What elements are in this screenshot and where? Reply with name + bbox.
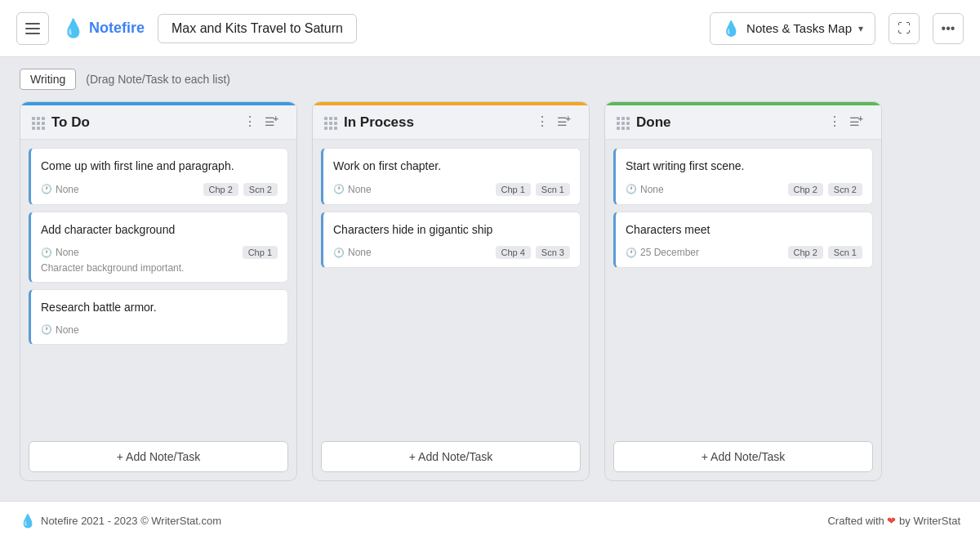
column-quick-add-button[interactable]: ☰+: [554, 114, 577, 130]
card-time: 🕐None: [41, 184, 79, 195]
view-drop-icon: 💧: [722, 20, 740, 38]
add-note-task-button[interactable]: + Add Note/Task: [613, 441, 873, 472]
card-time-label: None: [348, 247, 372, 258]
ellipsis-vertical-icon: ⋮: [243, 114, 256, 128]
brand-logo[interactable]: 💧 Notefire: [62, 18, 145, 39]
card-tag: Scn 1: [536, 183, 570, 196]
column-menu-button[interactable]: ⋮: [823, 112, 846, 131]
clock-icon: 🕐: [41, 248, 52, 258]
card-meta: 🕐None: [41, 324, 278, 336]
card-meta: 🕐25 DecemberChp 2Scn 1: [626, 246, 862, 259]
view-selector[interactable]: 💧 Notes & Tasks Map ▾: [710, 12, 875, 45]
card-meta: 🕐NoneChp 1: [41, 246, 278, 259]
column-header-todo: To Do⋮☰+: [20, 102, 296, 140]
footer-brand: 💧 Notefire 2021 - 2023 © WriterStat.com: [20, 513, 221, 529]
card-tag: Scn 2: [243, 183, 278, 196]
card-time-label: 25 December: [640, 247, 699, 258]
card-meta: 🕐NoneChp 4Scn 3: [333, 246, 570, 259]
list-item[interactable]: Come up with first line and paragraph.🕐N…: [29, 148, 288, 205]
fullscreen-icon: ⛶: [898, 21, 911, 36]
column-menu-button[interactable]: ⋮: [238, 112, 261, 131]
project-title[interactable]: Max and Kits Travel to Saturn: [158, 14, 357, 43]
card-time: 🕐None: [333, 184, 372, 195]
card-title: Add character background: [41, 222, 278, 239]
add-note-task-button[interactable]: + Add Note/Task: [29, 441, 288, 472]
column-drag-handle[interactable]: [324, 117, 337, 130]
brand-drop-icon: 💧: [62, 18, 84, 39]
card-title: Characters hide in gigantic ship: [333, 222, 570, 239]
clock-icon: 🕐: [333, 248, 345, 258]
column-color-bar: [605, 102, 881, 105]
ellipsis-icon: •••: [942, 21, 956, 36]
column-drag-handle[interactable]: [32, 117, 45, 130]
column-in-process: In Process⋮☰+Work on first chapter.🕐None…: [312, 101, 590, 481]
clock-icon: 🕐: [626, 184, 637, 194]
view-selector-label: Notes & Tasks Map: [746, 21, 852, 35]
card-title: Research battle armor.: [41, 300, 278, 316]
clock-icon: 🕐: [333, 184, 345, 194]
list-item[interactable]: Start writing first scene.🕐NoneChp 2Scn …: [613, 148, 873, 205]
list-item[interactable]: Characters hide in gigantic ship🕐NoneChp…: [321, 212, 581, 269]
footer-brand-text: Notefire 2021 - 2023 © WriterStat.com: [41, 515, 221, 527]
card-time: 🕐None: [41, 247, 79, 258]
card-tag: Scn 1: [828, 246, 862, 259]
column-title-todo: To Do: [51, 114, 238, 131]
column-drag-handle[interactable]: [617, 117, 630, 130]
card-time-label: None: [640, 184, 664, 195]
drag-hint: (Drag Note/Task to each list): [86, 73, 230, 86]
column-menu-button[interactable]: ⋮: [531, 112, 554, 131]
list-item[interactable]: Research battle armor.🕐None: [29, 289, 288, 345]
card-tag: Scn 3: [536, 246, 570, 259]
card-time: 🕐None: [41, 324, 79, 336]
plus-icon: +: [274, 114, 278, 123]
app-footer: 💧 Notefire 2021 - 2023 © WriterStat.com …: [0, 501, 980, 540]
hamburger-icon: [25, 23, 40, 34]
writing-badge[interactable]: Writing: [20, 69, 76, 90]
card-tag: Scn 2: [828, 183, 862, 196]
card-tag: Chp 4: [496, 246, 531, 259]
column-header-done: Done⋮☰+: [605, 102, 881, 140]
plus-icon: +: [566, 114, 571, 123]
card-time: 🕐None: [333, 247, 372, 258]
list-item[interactable]: Work on first chapter.🕐NoneChp 1Scn 1: [321, 148, 581, 205]
cards-area-in-process: Work on first chapter.🕐NoneChp 1Scn 1Cha…: [313, 140, 589, 435]
list-item[interactable]: Add character background🕐NoneChp 1Charac…: [29, 212, 288, 283]
menu-button[interactable]: [16, 12, 49, 45]
card-title: Work on first chapter.: [333, 158, 570, 175]
card-meta: 🕐NoneChp 2Scn 2: [41, 183, 278, 196]
card-title: Come up with first line and paragraph.: [41, 158, 278, 175]
chevron-down-icon: ▾: [858, 23, 863, 34]
fullscreen-button[interactable]: ⛶: [889, 13, 920, 44]
app-header: 💧 Notefire Max and Kits Travel to Saturn…: [0, 0, 980, 57]
card-tag: Chp 1: [243, 246, 278, 259]
cards-area-todo: Come up with first line and paragraph.🕐N…: [20, 140, 296, 435]
card-title: Start writing first scene.: [626, 158, 862, 175]
card-meta: 🕐NoneChp 2Scn 2: [626, 183, 862, 196]
column-color-bar: [313, 102, 589, 105]
card-time-label: None: [56, 247, 79, 258]
column-quick-add-button[interactable]: ☰+: [846, 114, 870, 130]
cards-area-done: Start writing first scene.🕐NoneChp 2Scn …: [605, 140, 881, 435]
heart-icon: ❤: [887, 515, 899, 527]
footer-by-text: by WriterStat: [899, 515, 960, 527]
card-tag: Chp 2: [203, 183, 238, 196]
clock-icon: 🕐: [41, 184, 52, 194]
card-title: Characters meet: [626, 222, 862, 239]
column-done: Done⋮☰+Start writing first scene.🕐NoneCh…: [604, 101, 882, 481]
sub-header: Writing (Drag Note/Task to each list): [0, 57, 980, 101]
card-time: 🕐None: [626, 184, 664, 195]
column-header-in-process: In Process⋮☰+: [313, 102, 589, 140]
footer-crafted: Crafted with ❤ by WriterStat: [827, 515, 960, 527]
add-note-task-button[interactable]: + Add Note/Task: [321, 441, 581, 472]
card-note: Character background important.: [41, 262, 278, 274]
more-options-button[interactable]: •••: [933, 13, 964, 44]
column-quick-add-button[interactable]: ☰+: [261, 114, 285, 130]
card-meta: 🕐NoneChp 1Scn 1: [333, 183, 570, 196]
card-tag: Chp 2: [788, 183, 823, 196]
card-tag: Chp 1: [496, 183, 531, 196]
column-color-bar: [20, 102, 296, 105]
clock-icon: 🕐: [41, 324, 52, 335]
list-item[interactable]: Characters meet🕐25 DecemberChp 2Scn 1: [613, 212, 873, 269]
clock-icon: 🕐: [626, 248, 637, 258]
footer-drop-icon: 💧: [20, 513, 36, 529]
